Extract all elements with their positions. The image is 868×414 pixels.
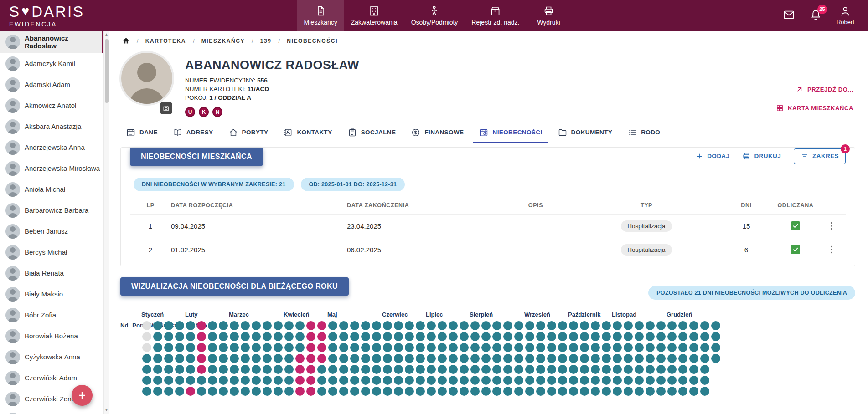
resident-avatar [5, 140, 20, 155]
calendar-month-label: Marzec [229, 311, 249, 318]
calendar-day-cell [274, 354, 283, 363]
resident-name-label: Abananowicz Radosław [25, 34, 102, 50]
breadcrumb-item[interactable]: NIEOBECNOŚCI [287, 38, 338, 44]
resident-list-item[interactable]: Andrzejewska Mirosława [0, 158, 103, 179]
user-menu[interactable]: Robert [837, 5, 854, 26]
drukuj-button[interactable]: DRUKUJ [742, 152, 781, 160]
calendar-day-cell [295, 343, 305, 352]
scrollbar-thumb[interactable] [105, 39, 108, 103]
tab-adresy[interactable]: ADRESY [167, 123, 219, 143]
calendar-day-cell [175, 376, 184, 385]
tab-pobyty[interactable]: POBYTY [223, 123, 274, 143]
nav-item-zakwaterowania[interactable]: Zakwaterowania [344, 0, 404, 31]
nav-item-wydruki[interactable]: Wydruki [526, 0, 571, 31]
calendar-day-cell [219, 343, 228, 352]
calendar-day-cell [416, 321, 425, 330]
calendar-day-cell [613, 332, 622, 341]
resident-list-item[interactable]: Andrzejewska Anna [0, 137, 103, 158]
breadcrumb-item[interactable]: KARTOTEKA [145, 38, 186, 44]
calendar-day-cell [142, 376, 151, 385]
add-resident-fab[interactable] [72, 385, 93, 406]
tab-rodo[interactable]: RODO [622, 123, 666, 143]
scroll-up-arrow-icon[interactable]: ▲ [104, 32, 109, 37]
link-przejdz-do[interactable]: PRZEJDŹ DO... [796, 86, 853, 93]
link-karta-mieszkanca[interactable]: KARTA MIESZKAŃCA [776, 104, 853, 112]
resident-list-item[interactable]: Drozda Aleksandra [0, 409, 103, 414]
resident-list-item[interactable]: Adamski Adam [0, 74, 103, 95]
row-menu-icon[interactable] [827, 221, 837, 231]
resident-list-item[interactable]: Biała Renata [0, 263, 103, 284]
deductible-checkbox[interactable] [791, 245, 800, 254]
tab-dokumenty[interactable]: DOKUMENTY [552, 123, 619, 143]
calendar-day-cell [241, 354, 250, 363]
resident-list-item[interactable]: Biały Maksio [0, 284, 103, 305]
tab-nieobecnosci[interactable]: NIEOBECNOŚCI [473, 123, 548, 143]
calendar-day-cell [602, 332, 611, 341]
calendar-day-cell [230, 387, 239, 396]
logo-prefix: S [9, 4, 21, 19]
calendar-day-cell [711, 343, 720, 352]
dodaj-button[interactable]: DODAJ [695, 152, 729, 160]
scroll-down-arrow-icon[interactable]: ▼ [104, 408, 109, 413]
resident-list-item[interactable]: Barbarowicz Barbara [0, 200, 103, 221]
resident-list-item[interactable]: Abananowicz Radosław [0, 31, 103, 53]
breadcrumb-item[interactable]: MIESZKAŃCY [202, 38, 245, 44]
resident-list-item[interactable]: Anioła Michał [0, 179, 103, 200]
calendar-day-cell [164, 387, 173, 396]
sidebar-scrollbar[interactable]: ▲ ▼ [103, 31, 109, 414]
resident-avatar [5, 350, 20, 364]
notifications-button[interactable]: 25 [810, 9, 822, 23]
resident-name-label: Aksbara Anastazja [25, 123, 81, 130]
resident-name-label: Adamczyk Kamil [25, 60, 75, 67]
tab-finansowe[interactable]: FINANSOWE [405, 123, 470, 143]
resident-list-item[interactable]: Aksbara Anastazja [0, 116, 103, 137]
breadcrumb-item[interactable]: 139 [260, 38, 272, 44]
resident-list-item[interactable]: Bóbr Zofia [0, 305, 103, 326]
tab-kontakty[interactable]: KONTAKTY [278, 123, 338, 143]
home-icon[interactable] [122, 37, 130, 45]
calendar-day-cell [153, 354, 162, 363]
calendar-day-cell [427, 343, 436, 352]
row-menu-icon[interactable] [827, 245, 837, 255]
nav-item-rejestr[interactable]: Rejestr zd. nadz. [465, 0, 526, 31]
resident-list-item[interactable]: Cyżykowska Anna [0, 347, 103, 368]
calendar-day-cell [208, 365, 217, 374]
resident-list-item[interactable]: Bercyś Michał [0, 242, 103, 263]
calendar-day-cell [635, 387, 644, 396]
resident-list-item[interactable]: Akmowicz Anatol [0, 95, 103, 116]
nav-item-osoby-podmioty[interactable]: Osoby/Podmioty [404, 0, 465, 31]
calendar-day-cell [284, 387, 294, 396]
calendar-day-cell [536, 365, 545, 374]
mail-button[interactable] [783, 9, 795, 23]
profile-field-value: 1 / ODDZIAŁ A [209, 94, 251, 101]
tab-dane[interactable]: DANE [120, 123, 164, 143]
calendar-day-cell [689, 387, 698, 396]
calendar-day-cell [372, 365, 381, 374]
calendar-day-cell [175, 387, 184, 396]
calendar-day-cell [536, 387, 545, 396]
calendar-day-cell [394, 387, 403, 396]
resident-list-item[interactable]: Borowiak Bożena [0, 326, 103, 347]
calendar-day-cell [252, 365, 261, 374]
deductible-checkbox[interactable] [791, 221, 800, 230]
nav-item-mieszkancy[interactable]: Mieszkańcy [297, 0, 344, 31]
zakres-button[interactable]: ZAKRES1 [794, 148, 846, 164]
calendar-day-cell [372, 321, 381, 330]
calendar-day-cell [274, 332, 283, 341]
resident-list-item[interactable]: Bęben Janusz [0, 221, 103, 242]
calendar-weekday-label: Nd [120, 322, 132, 329]
arrow-up-right-icon [796, 86, 803, 93]
breadcrumb: /KARTOTEKA/MIESZKAŃCY/139/NIEOBECNOŚCI [109, 31, 868, 47]
app-logo: S ♥ DARIS EWIDENCJA [9, 4, 84, 27]
change-photo-button[interactable] [160, 102, 172, 114]
resident-list-item[interactable]: Adamczyk Kamil [0, 53, 103, 74]
printer-icon [742, 152, 750, 160]
calendar-day-cell [438, 321, 447, 330]
calendar-day-cell [678, 354, 687, 363]
calendar-day-cell [460, 387, 469, 396]
tab-socjalne[interactable]: SOCJALNE [342, 123, 402, 143]
resident-list-item[interactable]: Czerwiński Adam [0, 368, 103, 388]
calendar-day-cell [197, 387, 206, 396]
calendar-day-cell [394, 354, 403, 363]
calendar-day-cell [186, 332, 195, 341]
